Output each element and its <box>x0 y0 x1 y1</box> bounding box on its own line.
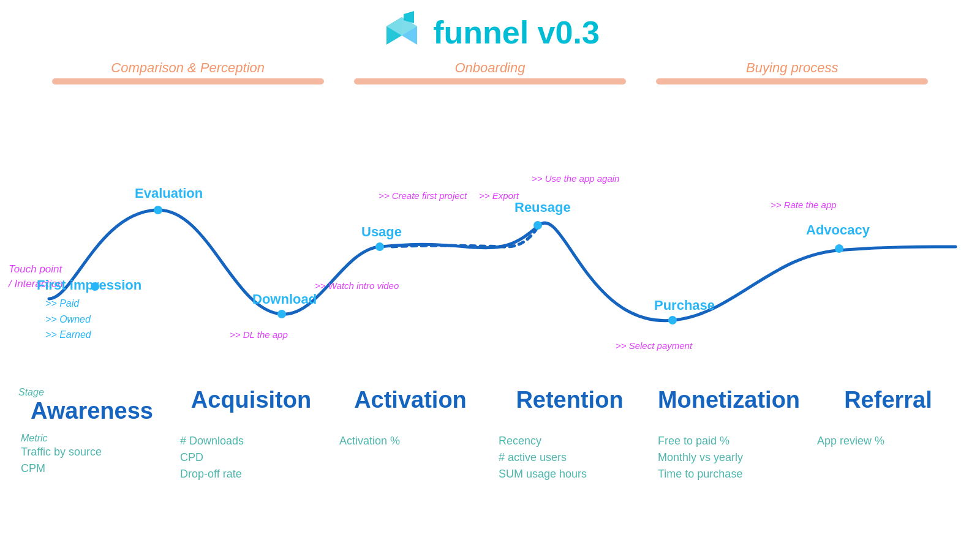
category-buying-label: Buying process <box>746 60 838 76</box>
svg-point-7 <box>375 242 384 251</box>
purchase-label: Purchase <box>654 298 715 313</box>
create-project-label: >> Create first project <box>379 190 467 201</box>
metric-monetization-values: Free to paid %Monthly vs yearlyTime to p… <box>658 433 743 482</box>
svg-point-10 <box>835 244 843 253</box>
svg-point-6 <box>277 310 286 318</box>
first-impression-label: First impression <box>37 277 141 293</box>
first-impression-subitems: >> Paid>> Owned>> Earned <box>45 296 91 343</box>
metric-retention: Recency# active usersSUM usage hours <box>490 433 649 482</box>
stage-monetization-name: Monetization <box>658 387 800 413</box>
rate-app-label: >> Rate the app <box>771 200 837 210</box>
app-header: funnel v0.3 <box>0 0 980 60</box>
metric-awareness-values: Traffic by sourceCPM <box>21 444 102 477</box>
svg-point-9 <box>668 316 677 324</box>
svg-point-5 <box>154 206 162 214</box>
category-onboarding-bar <box>354 78 626 84</box>
category-buying-bar <box>656 78 928 84</box>
stage-referral-name: Referral <box>844 387 932 413</box>
metric-acquisition-values: # DownloadsCPDDrop-off rate <box>180 433 244 482</box>
export-label: >> Export <box>479 190 519 201</box>
category-comparison-bar <box>52 78 324 84</box>
metric-prefix: Metric <box>21 433 48 444</box>
stage-awareness: Stage Awareness <box>12 387 172 424</box>
category-bars: Comparison & Perception Onboarding Buyin… <box>37 60 943 84</box>
stage-prefix: Stage <box>18 387 44 398</box>
stage-acquisition-name: Acquisiton <box>191 387 311 413</box>
watch-video-label: >> Watch intro video <box>315 280 399 291</box>
usage-label: Usage <box>361 224 402 240</box>
stage-acquisition: Acquisiton <box>172 387 331 413</box>
stage-awareness-name: Awareness <box>31 398 153 424</box>
stage-retention: Retention <box>490 387 649 413</box>
metric-referral: App review % <box>809 433 968 482</box>
category-onboarding-label: Onboarding <box>455 60 526 76</box>
category-buying: Buying process <box>641 60 943 84</box>
stage-activation-name: Activation <box>354 387 467 413</box>
select-payment-label: >> Select payment <box>616 340 692 351</box>
stage-referral: Referral <box>809 387 968 413</box>
app-logo-icon <box>380 11 423 54</box>
metric-awareness: Metric Traffic by sourceCPM <box>12 433 172 482</box>
stage-monetization: Monetization <box>649 387 809 413</box>
reusage-label: Reusage <box>514 200 571 216</box>
stage-activation: Activation <box>331 387 490 413</box>
metric-activation-values: Activation % <box>339 433 400 449</box>
metric-activation: Activation % <box>331 433 490 482</box>
metric-row: Metric Traffic by sourceCPM # DownloadsC… <box>0 427 980 482</box>
svg-point-8 <box>533 221 542 230</box>
category-comparison: Comparison & Perception <box>37 60 339 84</box>
dl-app-label: >> DL the app <box>230 329 288 340</box>
metric-retention-values: Recency# active usersSUM usage hours <box>499 433 587 482</box>
stage-row: Stage Awareness Acquisiton Activation Re… <box>0 387 980 424</box>
category-onboarding: Onboarding <box>339 60 641 84</box>
evaluation-label: Evaluation <box>135 186 203 201</box>
app-title: funnel v0.3 <box>433 14 600 51</box>
category-comparison-label: Comparison & Perception <box>111 60 265 76</box>
metric-acquisition: # DownloadsCPDDrop-off rate <box>172 433 331 482</box>
metric-referral-values: App review % <box>817 433 884 449</box>
stage-retention-name: Retention <box>516 387 623 413</box>
use-again-label: >> Use the app again <box>532 173 619 184</box>
download-label: Download <box>252 291 317 307</box>
metric-monetization: Free to paid %Monthly vs yearlyTime to p… <box>649 433 809 482</box>
diagram-area: Touch point / Interaction First impressi… <box>0 91 980 384</box>
advocacy-label: Advocacy <box>806 222 870 238</box>
